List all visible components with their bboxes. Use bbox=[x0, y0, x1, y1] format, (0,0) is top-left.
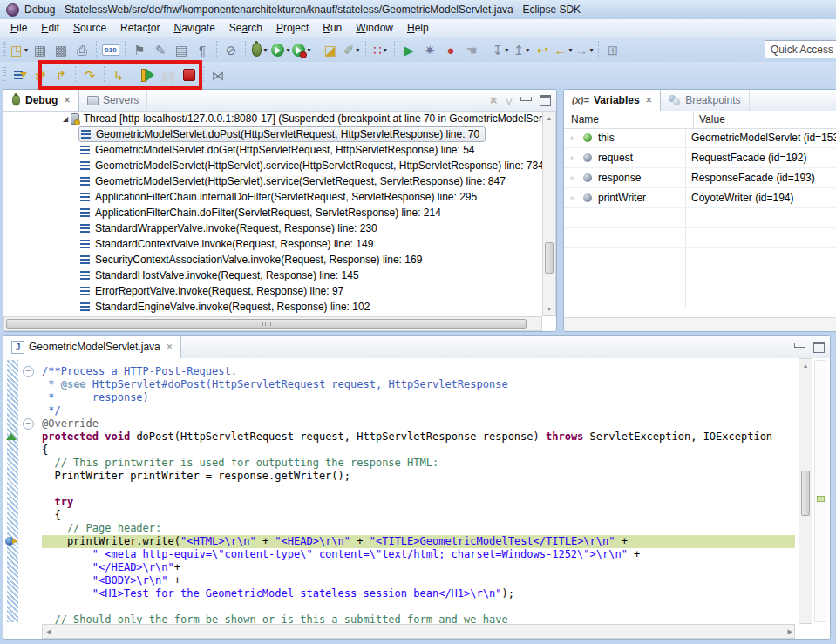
variable-row[interactable]: ▹printWriterCoyoteWriter (id=194) bbox=[564, 188, 836, 208]
save-icon: ▦ bbox=[31, 39, 50, 60]
variable-row[interactable]: ▹requestRequestFacade (id=192) bbox=[564, 148, 836, 168]
breakpoint-hit-icon[interactable] bbox=[5, 536, 21, 546]
quick-access-input[interactable]: Quick Access bbox=[765, 40, 836, 58]
menu-window[interactable]: Window bbox=[349, 20, 400, 36]
expander-icon[interactable]: ◢ bbox=[63, 115, 71, 123]
stack-frame-row[interactable]: StandardWrapperValve.invoke(Request, Res… bbox=[3, 220, 542, 236]
stack-frame-row[interactable]: StandardContextValve.invoke(Request, Res… bbox=[3, 236, 542, 252]
tab-breakpoints[interactable]: Breakpoints bbox=[661, 90, 749, 111]
stack-frame-row[interactable]: ErrorReportValve.invoke(Request, Respons… bbox=[3, 283, 542, 299]
minimize-icon[interactable] bbox=[520, 97, 532, 101]
restore-window-icon[interactable]: ⊞ bbox=[603, 39, 622, 60]
expander-icon[interactable]: ▹ bbox=[571, 173, 583, 182]
editor-vertical-scrollbar[interactable]: ▲ bbox=[799, 358, 812, 624]
debug-icon[interactable]: ▾ bbox=[250, 39, 269, 60]
stack-frame-row[interactable]: GeometricModelServlet(HttpServlet).servi… bbox=[3, 173, 542, 189]
stack-frame-row[interactable]: SecurityContextAssociationValve.invoke(R… bbox=[3, 252, 542, 268]
run-icon[interactable]: ▾ bbox=[271, 39, 290, 60]
open-resource-icon[interactable]: ◪ bbox=[321, 39, 340, 60]
toolbar-drag-handle[interactable] bbox=[3, 42, 6, 58]
close-icon[interactable]: ✕ bbox=[64, 96, 71, 105]
view-menu-icon[interactable]: ▽ bbox=[506, 96, 513, 105]
chevron-down-icon[interactable]: ▾ bbox=[505, 46, 508, 54]
stack-frame-row[interactable]: GeometricModelServlet.doPost(HttpServlet… bbox=[78, 126, 542, 142]
tab-debug[interactable]: Debug ✕ bbox=[3, 90, 79, 111]
tab-editor-file[interactable]: J GeometricModelServlet.java ✕ bbox=[3, 336, 181, 358]
column-name[interactable]: Name bbox=[564, 111, 694, 128]
chevron-down-icon[interactable]: ▾ bbox=[526, 46, 529, 54]
stack-frame-row[interactable]: GeometricModelServlet.doGet(HttpServletR… bbox=[3, 142, 542, 158]
binary-literals-icon[interactable]: 010 bbox=[101, 39, 120, 60]
variable-row[interactable]: ▹responseResponseFacade (id=193) bbox=[564, 168, 836, 188]
toolbar-drag-handle[interactable] bbox=[3, 67, 6, 83]
tab-servers[interactable]: Servers bbox=[79, 90, 147, 111]
menu-edit[interactable]: Edit bbox=[34, 20, 66, 36]
chevron-down-icon[interactable]: ▾ bbox=[24, 46, 28, 54]
expander-icon[interactable]: ▹ bbox=[571, 193, 583, 202]
back-icon[interactable]: ←▾ bbox=[554, 39, 573, 60]
chevron-down-icon[interactable]: ▾ bbox=[384, 46, 387, 54]
debug-horizontal-scrollbar[interactable] bbox=[3, 316, 542, 331]
overview-highlight-marker[interactable] bbox=[817, 496, 825, 502]
menu-help[interactable]: Help bbox=[400, 20, 436, 36]
code-area[interactable]: /**Process a HTTP-Post-Request. * @see H… bbox=[42, 358, 795, 624]
previous-annotation-icon[interactable]: ↥▾ bbox=[512, 39, 531, 60]
maximize-icon[interactable] bbox=[540, 95, 551, 106]
maximize-icon[interactable] bbox=[813, 342, 825, 353]
fold-collapse-icon[interactable]: − bbox=[23, 366, 34, 377]
run-last-icon[interactable]: ▾ bbox=[292, 39, 311, 60]
menu-run[interactable]: Run bbox=[316, 20, 349, 36]
overview-ruler[interactable] bbox=[814, 360, 826, 622]
chevron-down-icon[interactable]: ▾ bbox=[568, 46, 572, 54]
stack-frame-row[interactable]: ApplicationFilterChain.internalDoFilter(… bbox=[3, 189, 542, 205]
chevron-down-icon[interactable]: ▾ bbox=[589, 46, 593, 54]
code-line: * response) bbox=[42, 391, 795, 404]
close-icon[interactable]: ✕ bbox=[646, 96, 653, 105]
remove-all-terminated-icon[interactable]: ✕ bbox=[489, 96, 497, 105]
new-wizard-icon[interactable]: ◳▾ bbox=[10, 39, 29, 60]
stack-frame-row[interactable]: GeometricModelServlet(HttpServlet).servi… bbox=[3, 158, 542, 173]
editor-tab-label: GeometricModelServlet.java bbox=[29, 341, 160, 353]
chevron-down-icon[interactable]: ▾ bbox=[356, 46, 359, 54]
stack-frame-row[interactable]: StandardEngineValve.invoke(Request, Resp… bbox=[3, 299, 542, 315]
start-server-icon[interactable]: ▶ bbox=[399, 39, 418, 60]
hand-pointer-icon[interactable]: ☚ bbox=[462, 39, 481, 60]
variables-table[interactable]: ▹thisGeometricModelServlet (id=153▹reque… bbox=[564, 128, 836, 317]
chevron-down-icon[interactable]: ▾ bbox=[286, 46, 289, 54]
mark-occurrences-icon[interactable]: ⊘ bbox=[221, 39, 241, 60]
stop-server-icon[interactable]: ● bbox=[441, 39, 460, 60]
profile-icon[interactable]: ∷▾ bbox=[370, 39, 390, 60]
minimize-icon[interactable] bbox=[794, 343, 805, 348]
close-icon[interactable]: ✕ bbox=[167, 342, 173, 351]
toolbar-separator bbox=[394, 41, 395, 58]
chevron-down-icon[interactable]: ▾ bbox=[263, 46, 267, 54]
java-file-icon: J bbox=[11, 341, 24, 354]
variable-row[interactable]: ▹thisGeometricModelServlet (id=153 bbox=[564, 128, 836, 148]
expander-icon[interactable]: ▹ bbox=[571, 153, 583, 162]
menu-source[interactable]: Source bbox=[66, 20, 113, 36]
debug-vertical-scrollbar[interactable]: ▲ ▼ bbox=[542, 111, 556, 316]
menu-search[interactable]: Search bbox=[222, 20, 269, 36]
expander-icon[interactable]: ▹ bbox=[571, 133, 583, 142]
menu-refactor[interactable]: Refactor bbox=[113, 20, 167, 36]
editor-gutter[interactable]: −− bbox=[3, 358, 42, 624]
debug-stack-tree[interactable]: ◢Thread [http-localhost/127.0.0.1:8080-1… bbox=[3, 111, 542, 316]
forward-icon[interactable]: →▾ bbox=[574, 39, 594, 60]
code-line: protected void doPost(HttpServletRequest… bbox=[42, 430, 795, 444]
tab-variables[interactable]: (x)= Variables ✕ bbox=[564, 90, 661, 111]
last-edit-location-icon[interactable]: ↩ bbox=[533, 39, 552, 60]
editor-horizontal-scrollbar[interactable]: ◀ ▶ bbox=[42, 624, 795, 639]
stack-frame-row[interactable]: ApplicationFilterChain.doFilter(ServletR… bbox=[3, 205, 542, 220]
chevron-down-icon[interactable]: ▾ bbox=[307, 46, 310, 54]
column-value[interactable]: Value bbox=[694, 111, 836, 128]
fold-collapse-icon[interactable]: − bbox=[23, 418, 34, 430]
menu-navigate[interactable]: Navigate bbox=[167, 20, 221, 36]
next-annotation-icon[interactable]: ↧▾ bbox=[491, 39, 510, 60]
stack-frame-row[interactable]: StandardHostValve.invoke(Request, Respon… bbox=[3, 268, 542, 283]
debug-wand-icon[interactable]: ✷ bbox=[420, 39, 439, 60]
thread-row[interactable]: ◢Thread [http-localhost/127.0.0.1:8080-1… bbox=[3, 111, 542, 126]
menu-file[interactable]: File bbox=[3, 20, 34, 36]
external-tools-icon[interactable]: ✐▾ bbox=[342, 39, 361, 60]
run-to-line-icon[interactable] bbox=[10, 64, 29, 85]
menu-project[interactable]: Project bbox=[269, 20, 316, 36]
